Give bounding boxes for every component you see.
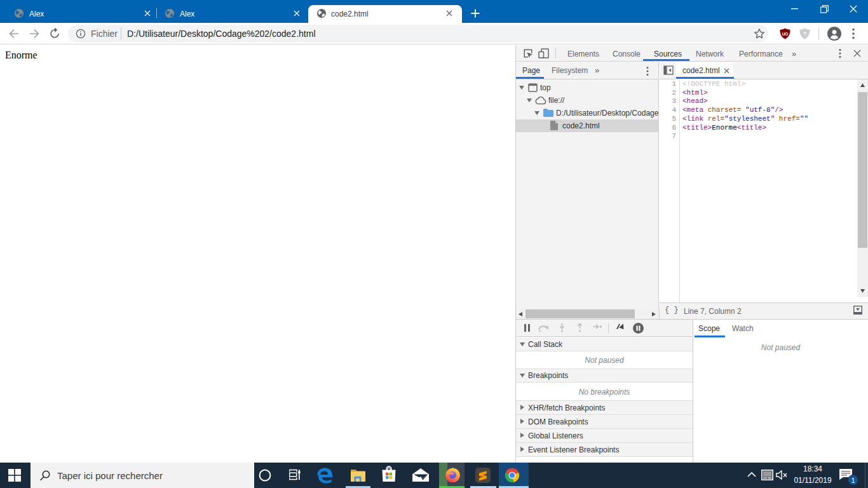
svg-text:UO: UO — [782, 32, 789, 36]
svg-text:?: ? — [803, 30, 807, 37]
svg-text:1: 1 — [851, 477, 855, 484]
